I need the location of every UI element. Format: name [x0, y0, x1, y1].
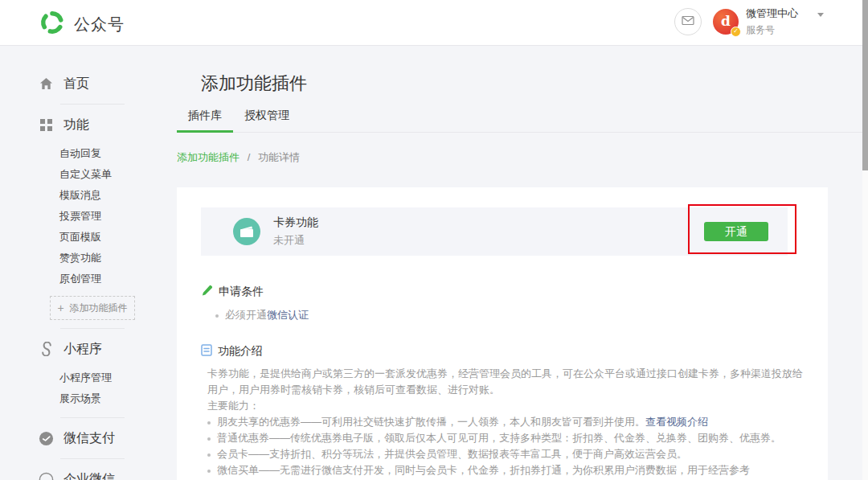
home-icon	[39, 77, 54, 90]
main-content: 添加功能插件 插件库 授权管理 添加功能插件 / 功能详情 卡券功能 未开通	[177, 46, 862, 480]
sidebar-item-home[interactable]: 首页	[0, 72, 177, 96]
card-coupon-icon	[233, 218, 260, 245]
top-header: 公众号 d ✓ 微管理中心 服务号	[0, 0, 868, 46]
sidebar-item-reward[interactable]: 赞赏功能	[59, 248, 177, 269]
sidebar-item-add-plugin[interactable]: + 添加功能插件	[50, 296, 135, 320]
sidebar-item-miniprogram-management[interactable]: 小程序管理	[59, 367, 177, 388]
sidebar-item-work-wechat[interactable]: 企业微信	[0, 467, 177, 480]
page-title: 添加功能插件	[201, 72, 862, 96]
chevron-down-icon	[817, 13, 824, 17]
breadcrumb: 添加功能插件 / 功能详情	[177, 150, 862, 165]
capability-item: 普通优惠券——传统优惠券电子版，领取后仅本人可见可用，支持多种类型：折扣券、代金…	[207, 430, 804, 446]
divider	[60, 104, 125, 105]
scrollbar-thumb[interactable]	[862, 0, 868, 170]
bullet-dot	[207, 421, 211, 425]
miniprogram-sub-list: 小程序管理 展示场景	[59, 367, 177, 409]
tab-authorization-management[interactable]: 授权管理	[233, 107, 301, 133]
tab-plugin-library[interactable]: 插件库	[177, 107, 233, 133]
divider	[60, 328, 125, 329]
plugin-row: 卡券功能 未开通 开通	[201, 207, 788, 256]
sidebar-item-vote-management[interactable]: 投票管理	[59, 206, 177, 227]
intro-body: 卡券功能，是提供给商户或第三方的一套派发优惠券，经营管理会员的工具，可在公众平台…	[207, 366, 804, 480]
divider	[60, 417, 125, 418]
requirements-section: 申请条件 必须开通微信认证	[201, 285, 804, 323]
functions-sub-list: 自动回复 自定义菜单 模版消息 投票管理 页面模版 赞赏功能 原创管理	[59, 143, 177, 289]
capabilities-list: 朋友共享的优惠券——可利用社交链快速扩散传播，一人领券，本人和朋友皆可看到并使用…	[207, 414, 804, 480]
wechat-pay-icon	[39, 431, 54, 446]
sidebar-item-label: 微信支付	[63, 430, 115, 447]
sidebar-item-page-template[interactable]: 页面模版	[59, 227, 177, 248]
account-name: 微管理中心	[746, 6, 798, 21]
requirements-title: 申请条件	[219, 285, 264, 299]
plus-icon: +	[57, 302, 63, 314]
envelope-icon	[682, 14, 694, 29]
pen-icon	[201, 285, 213, 299]
logo: 公众号	[39, 9, 125, 39]
work-wechat-icon	[39, 472, 54, 480]
avatar-logo: d	[721, 13, 731, 29]
plugin-meta: 卡券功能 未开通	[273, 215, 318, 248]
sidebar-item-label: 首页	[63, 76, 89, 92]
sidebar-item-auto-reply[interactable]: 自动回复	[59, 143, 177, 164]
screen: 公众号 d ✓ 微管理中心 服务号	[0, 0, 868, 480]
bullet-dot	[207, 437, 211, 441]
avatar[interactable]: d ✓	[713, 9, 739, 35]
requirement-item: 必须开通微信认证	[215, 307, 804, 323]
capability-item: 朋友共享的优惠券——可利用社交链快速扩散传播，一人领券，本人和朋友皆可看到并使用…	[207, 414, 804, 430]
sidebar-item-custom-menu[interactable]: 自定义菜单	[59, 164, 177, 185]
sidebar-item-wechat-pay[interactable]: 微信支付	[0, 426, 177, 450]
header-right: d ✓ 微管理中心 服务号	[674, 6, 824, 37]
wechat-official-accounts-logo-icon	[39, 9, 66, 39]
breadcrumb-link[interactable]: 添加功能插件	[177, 151, 240, 163]
content-panel: 卡券功能 未开通 开通 申请条件 必须开通微信认证	[177, 187, 828, 480]
intro-header: 功能介绍	[201, 344, 804, 359]
account-info[interactable]: 微管理中心 服务号	[746, 6, 824, 37]
divider	[60, 458, 125, 459]
breadcrumb-separator: /	[248, 151, 251, 163]
intro-title: 功能介绍	[218, 344, 263, 359]
sidebar-group-functions[interactable]: 功能	[0, 113, 177, 137]
account-type: 服务号	[746, 23, 824, 37]
bullet-dot	[207, 470, 211, 473]
sidebar-item-template-message[interactable]: 模版消息	[59, 185, 177, 206]
intro-section: 功能介绍 卡券功能，是提供给商户或第三方的一套派发优惠券，经营管理会员的工具，可…	[201, 344, 804, 480]
scrollbar[interactable]	[862, 0, 868, 480]
verified-badge-icon: ✓	[731, 27, 741, 37]
add-plugin-label: 添加功能插件	[70, 302, 128, 315]
intro-description: 卡券功能，是提供给商户或第三方的一套派发优惠券，经营管理会员的工具，可在公众平台…	[207, 366, 804, 398]
plugin-status: 未开通	[273, 233, 318, 248]
requirement-text: 必须开通	[225, 309, 267, 321]
video-intro-link[interactable]: 查看视频介绍	[645, 416, 708, 428]
open-button[interactable]: 开通	[704, 222, 768, 241]
tabs: 插件库 授权管理	[177, 107, 862, 133]
sidebar-group-label: 功能	[63, 117, 89, 133]
sidebar-item-display-scene[interactable]: 展示场景	[59, 388, 177, 409]
miniprogram-icon	[39, 342, 54, 356]
sidebar-group-label: 小程序	[63, 341, 102, 358]
sidebar-group-miniprogram[interactable]: 小程序	[0, 337, 177, 361]
plugin-name: 卡券功能	[273, 215, 318, 230]
grid-icon	[39, 119, 54, 131]
wechat-verification-link[interactable]: 微信认证	[267, 309, 309, 321]
capabilities-label: 主要能力：	[207, 398, 804, 414]
bullet-dot	[215, 314, 219, 318]
capability-item: 会员卡——支持折扣、积分等玩法，并提供会员管理、数据报表等丰富工具，便于商户高效…	[207, 446, 804, 462]
bullet-dot	[207, 453, 211, 457]
sidebar-item-label: 企业微信	[63, 471, 115, 480]
breadcrumb-current: 功能详情	[258, 151, 300, 163]
sidebar: 首页 功能 自动回复 自定义菜单 模版消息 投票管理 页面模版 赞赏功能 原创管…	[0, 46, 177, 480]
document-icon	[201, 344, 212, 359]
capability-item: 微信买单——无需进行微信支付开发，同时与会员卡，代金券，折扣券打通，为你积累用户…	[207, 462, 804, 478]
sidebar-item-original-management[interactable]: 原创管理	[59, 269, 177, 289]
requirements-header: 申请条件	[201, 285, 804, 299]
logo-text: 公众号	[74, 14, 125, 35]
requirements-list: 必须开通微信认证	[215, 307, 804, 323]
mail-button[interactable]	[674, 8, 702, 35]
